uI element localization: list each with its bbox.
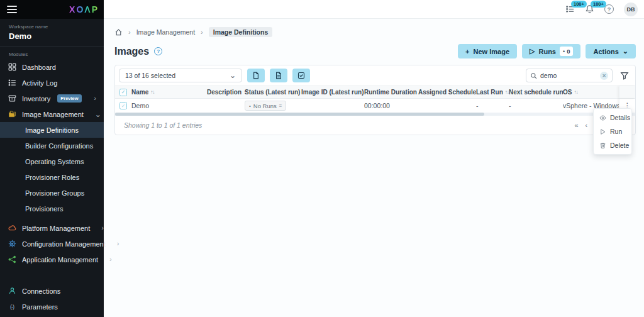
- sidebar-header: XOΛP: [0, 0, 104, 19]
- horizontal-scrollbar[interactable]: [115, 113, 635, 116]
- sidebar-item-image-management[interactable]: Image Management ⌄: [0, 106, 104, 122]
- workspace-name: Demo: [9, 31, 95, 41]
- info-icon[interactable]: ?: [154, 47, 162, 55]
- configuration-management-icon: [8, 240, 16, 248]
- sidebar-item-label: Connections: [22, 287, 60, 295]
- menu-item-label: Delete: [610, 142, 629, 149]
- chevron-down-icon: ⌄: [230, 72, 236, 79]
- cell-runtime: 00:00:00: [364, 102, 418, 109]
- column-header-next-run[interactable]: Next schedule run↑↓: [509, 89, 563, 96]
- runs-count-badge: •0: [560, 47, 573, 56]
- showing-entries-text: Showing 1 to 1 of 1 entries: [124, 121, 202, 129]
- tasks-icon[interactable]: 100+: [565, 4, 575, 14]
- sidebar-item-image-definitions[interactable]: Image Definitions: [0, 122, 104, 138]
- sidebar-item-label: Image Management: [22, 111, 84, 118]
- chevron-right-icon: ›: [94, 95, 96, 102]
- select-all-checkbox[interactable]: ✓: [119, 89, 127, 96]
- sidebar-item-dashboard[interactable]: Dashboard: [0, 59, 104, 75]
- sidebar-item-operating-systems[interactable]: Operating Systems: [0, 153, 104, 169]
- image-management-icon: [8, 110, 16, 118]
- actions-button[interactable]: Actions ⌄: [586, 44, 636, 58]
- column-header-status[interactable]: Status (Latest run)↑↓: [245, 89, 301, 96]
- plus-icon: +: [465, 48, 469, 55]
- workspace-label: Workspace name: [9, 24, 95, 30]
- sidebar-item-label: Configuration Management: [22, 240, 106, 248]
- sidebar-item-provisioners[interactable]: Provisioners: [0, 201, 104, 216]
- row-checkbox[interactable]: ✓: [119, 102, 127, 109]
- sidebar-item-connections[interactable]: Connections: [0, 283, 104, 299]
- play-icon: [599, 128, 606, 135]
- menu-item-run[interactable]: Run: [594, 125, 631, 138]
- export-report-button[interactable]: [270, 69, 287, 82]
- column-header-os[interactable]: OS↑↓: [563, 89, 619, 96]
- menu-item-delete[interactable]: Delete: [594, 138, 631, 152]
- sidebar-item-provisioner-groups[interactable]: Provisioner Groups: [0, 185, 104, 201]
- sidebar-item-application-management[interactable]: Application Management ›: [0, 252, 104, 267]
- sort-icon[interactable]: ↑↓: [574, 89, 577, 95]
- trash-icon: [599, 142, 606, 149]
- dot-icon: •: [563, 48, 565, 55]
- column-header-description[interactable]: Description↑↓: [207, 89, 245, 96]
- column-header-image-id[interactable]: Image ID (Latest run)↑↓: [301, 89, 364, 96]
- breadcrumb: › Image Management › Image Definitions: [104, 19, 644, 37]
- table-row[interactable]: ✓ Demo • No Runs ≡ 00:00:00 - - vSphere …: [115, 99, 635, 113]
- prev-page-icon[interactable]: ‹: [586, 121, 588, 129]
- user-avatar[interactable]: DB: [624, 3, 638, 16]
- scrollbar-thumb[interactable]: [115, 113, 484, 116]
- sort-icon[interactable]: ↑↓: [150, 89, 154, 95]
- search-input[interactable]: [540, 72, 591, 79]
- page-title: Images: [114, 46, 149, 57]
- workspace-block: Workspace name Demo: [0, 19, 104, 47]
- sidebar-item-builder-configurations[interactable]: Builder Configurations: [0, 138, 104, 153]
- sidebar-item-parameters[interactable]: (-) Parameters: [0, 299, 104, 314]
- breadcrumb-separator-icon: ›: [128, 28, 131, 36]
- menu-item-label: Details: [610, 114, 630, 121]
- sidebar-item-label: Platform Management: [22, 225, 90, 232]
- top-bar: 100+ 100+ ? DB: [104, 0, 644, 19]
- sidebar-subitem-label: Operating Systems: [25, 158, 84, 165]
- sidebar-item-label: Inventory: [22, 95, 50, 103]
- chevron-down-icon: ⌄: [623, 47, 628, 55]
- platform-management-icon: [8, 224, 16, 232]
- sidebar-item-inventory[interactable]: Inventory Preview ›: [0, 91, 104, 106]
- sidebar-item-configuration-management[interactable]: Configuration Management ›: [0, 236, 104, 252]
- sidebar-footer: Connections (-) Parameters: [0, 283, 104, 317]
- selection-text: 13 of 16 selected: [125, 72, 175, 79]
- columns-select[interactable]: 13 of 16 selected ⌄: [119, 69, 242, 82]
- sidebar: XOΛP Workspace name Demo Modules Dashboa…: [0, 0, 104, 317]
- new-image-label: New Image: [474, 48, 509, 55]
- sidebar-item-activity-log[interactable]: Activity Log: [0, 75, 104, 91]
- runs-button[interactable]: ▷ Runs •0: [522, 44, 580, 58]
- hamburger-menu-icon[interactable]: [7, 4, 17, 15]
- table-toolbar: 13 of 16 selected ⌄ ✕: [115, 65, 635, 86]
- cell-last-run: -: [476, 102, 509, 109]
- breadcrumb-image-definitions[interactable]: Image Definitions: [209, 27, 273, 37]
- column-header-last-run[interactable]: Last Run↑↓: [476, 89, 509, 96]
- preview-badge: Preview: [57, 94, 81, 103]
- file-icon: [252, 72, 260, 79]
- status-badge[interactable]: • No Runs ≡: [245, 101, 286, 111]
- sidebar-item-label: Activity Log: [22, 79, 57, 87]
- sort-icon[interactable]: ↑↓: [505, 89, 509, 95]
- filter-funnel-icon[interactable]: [618, 71, 631, 80]
- sidebar-item-provisioner-roles[interactable]: Provisioner Roles: [0, 169, 104, 185]
- sidebar-subitem-label: Provisioners: [25, 205, 64, 213]
- menu-item-details[interactable]: Details: [594, 111, 631, 125]
- column-header-runtime[interactable]: Runtime Duration↑↓: [364, 89, 418, 96]
- column-header-name[interactable]: Name↑↓: [131, 89, 207, 96]
- sidebar-item-label: Application Management: [22, 256, 98, 264]
- home-icon[interactable]: [114, 28, 123, 36]
- column-header-schedule[interactable]: Assigned Schedule↑↓: [418, 89, 476, 96]
- sidebar-item-platform-management[interactable]: Platform Management ›: [0, 220, 104, 236]
- clear-search-icon[interactable]: ✕: [600, 72, 608, 80]
- breadcrumb-separator-icon: ›: [201, 28, 203, 36]
- row-context-menu: Details Run Delete: [593, 108, 632, 155]
- notifications-bell-icon[interactable]: 100+: [585, 4, 594, 14]
- export-file-button[interactable]: [247, 69, 265, 82]
- first-page-icon[interactable]: «: [574, 121, 578, 129]
- breadcrumb-image-management[interactable]: Image Management: [136, 28, 195, 36]
- table-header: ✓ Name↑↓ Description↑↓ Status (Latest ru…: [115, 86, 635, 99]
- new-image-button[interactable]: + New Image: [458, 44, 517, 58]
- sidebar-item-label: Dashboard: [22, 64, 56, 71]
- multi-select-button[interactable]: [292, 69, 310, 82]
